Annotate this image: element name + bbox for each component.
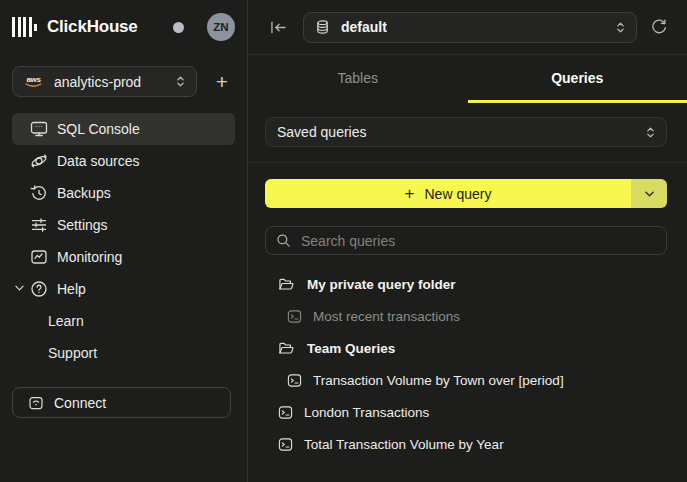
brand-title: ClickHouse	[47, 17, 138, 37]
sidebar-item-label: Help	[57, 281, 86, 297]
sidebar-item-support[interactable]: Support	[12, 337, 235, 369]
org-select[interactable]: aws analytics-prod	[12, 66, 197, 97]
section-divider	[248, 162, 687, 163]
connect-button[interactable]: Connect	[12, 387, 231, 418]
add-service-button[interactable]: +	[209, 69, 235, 95]
connect-wrap: Connect	[12, 387, 235, 418]
chevron-updown-icon	[176, 75, 185, 88]
sidebar: ClickHouse ZN aws analytics-prod + SQL	[0, 0, 248, 482]
tree-query-row[interactable]: Total Transaction Volume by Year	[265, 428, 667, 460]
sidebar-item-monitoring[interactable]: Monitoring	[12, 241, 235, 273]
new-query-split-button: + New query	[265, 179, 667, 208]
tab-queries[interactable]: Queries	[468, 55, 687, 103]
org-select-value: analytics-prod	[54, 74, 141, 90]
tree-folder-row[interactable]: Team Queries	[265, 332, 667, 364]
monitoring-icon	[30, 248, 48, 266]
panel-topbar: default	[248, 0, 687, 55]
sidebar-subitem-label: Learn	[48, 313, 84, 329]
refresh-icon[interactable]	[650, 18, 668, 36]
sidebar-item-learn[interactable]: Learn	[12, 305, 235, 337]
status-dot	[173, 22, 184, 33]
clickhouse-app: ClickHouse ZN aws analytics-prod + SQL	[0, 0, 687, 482]
sidebar-menu: SQL Console Data sources Backups Setting…	[12, 113, 235, 369]
tree-query-row[interactable]: London Transactions	[265, 396, 667, 428]
tree-query-row[interactable]: Transaction Volume by Town over [period]	[265, 364, 667, 396]
tree-row-label: Most recent transactions	[313, 309, 460, 324]
sidebar-subitem-label: Support	[48, 345, 97, 361]
sidebar-item-help[interactable]: Help	[12, 273, 235, 305]
backups-icon	[30, 184, 48, 202]
tree-row-label: Team Queries	[307, 341, 395, 356]
sidebar-item-settings[interactable]: Settings	[12, 209, 235, 241]
new-query-dropdown-button[interactable]	[631, 179, 667, 208]
saved-queries-select[interactable]: Saved queries	[265, 117, 667, 147]
database-select[interactable]: default	[303, 12, 637, 43]
search-icon	[276, 233, 291, 248]
tree-row-label: Transaction Volume by Town over [period]	[313, 373, 564, 388]
clickhouse-logo-icon	[12, 16, 37, 38]
tabs: Tables Queries	[248, 55, 687, 103]
connect-icon	[28, 395, 44, 411]
chevron-updown-icon	[616, 21, 625, 34]
sidebar-item-label: Settings	[57, 217, 108, 233]
sidebar-item-data-sources[interactable]: Data sources	[12, 145, 235, 177]
sidebar-item-sql-console[interactable]: SQL Console	[12, 113, 235, 145]
sidebar-item-label: Backups	[57, 185, 111, 201]
sidebar-item-label: Monitoring	[57, 249, 122, 265]
tree-row-label: London Transactions	[304, 405, 429, 420]
sql-console-icon	[30, 120, 48, 138]
query-terminal-icon	[287, 373, 302, 388]
connect-label: Connect	[54, 395, 106, 411]
chevron-updown-icon	[646, 126, 655, 139]
settings-icon	[30, 216, 48, 234]
queries-content: Saved queries + New query	[248, 103, 687, 460]
sidebar-item-label: SQL Console	[57, 121, 140, 137]
tree-row-label: Total Transaction Volume by Year	[304, 437, 504, 452]
query-terminal-icon	[278, 437, 293, 452]
queries-panel: default Tables Queries Saved queries	[248, 0, 687, 482]
query-tree: My private query folder Most recent tran…	[265, 268, 667, 460]
database-icon	[315, 19, 330, 35]
tab-tables[interactable]: Tables	[248, 55, 468, 103]
help-icon	[30, 280, 48, 298]
tree-query-row[interactable]: Most recent transactions	[265, 300, 667, 332]
chevron-down-icon	[645, 191, 654, 197]
new-query-button[interactable]: + New query	[265, 179, 631, 208]
aws-icon: aws	[24, 76, 43, 88]
new-query-label: New query	[425, 186, 492, 202]
tab-label: Queries	[551, 70, 603, 86]
collapse-left-icon[interactable]	[269, 20, 288, 35]
sidebar-item-backups[interactable]: Backups	[12, 177, 235, 209]
org-row: aws analytics-prod +	[12, 66, 235, 97]
folder-open-icon	[278, 341, 295, 356]
sidebar-item-label: Data sources	[57, 153, 139, 169]
query-terminal-icon	[287, 309, 302, 324]
tab-label: Tables	[338, 70, 378, 86]
avatar[interactable]: ZN	[207, 13, 235, 41]
data-sources-icon	[30, 152, 48, 170]
search-box	[265, 226, 667, 255]
search-input[interactable]	[299, 232, 656, 250]
plus-icon: +	[405, 185, 415, 202]
tree-folder-row[interactable]: My private query folder	[265, 268, 667, 300]
tree-row-label: My private query folder	[307, 277, 456, 292]
chevron-down-icon	[15, 285, 24, 291]
folder-open-icon	[278, 277, 295, 292]
sidebar-header: ClickHouse ZN	[12, 0, 235, 54]
database-select-value: default	[341, 19, 387, 35]
saved-queries-select-value: Saved queries	[277, 124, 367, 140]
query-terminal-icon	[278, 405, 293, 420]
